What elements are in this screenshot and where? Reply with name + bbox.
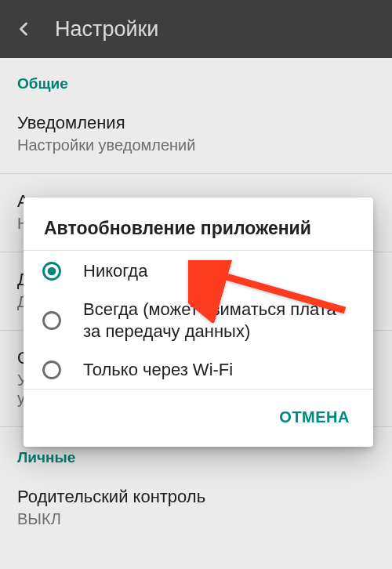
radio-unselected-icon — [41, 359, 63, 381]
option-wifi-only[interactable]: Только через Wi-Fi — [24, 351, 373, 390]
item-secondary: ВЫКЛ — [17, 510, 375, 528]
chevron-left-icon — [13, 18, 34, 40]
settings-item-parental[interactable]: Родительский контроль ВЫКЛ — [0, 474, 392, 542]
svg-point-3 — [44, 362, 60, 379]
divider — [0, 173, 392, 174]
item-primary: Родительский контроль — [17, 487, 375, 507]
toolbar-title: Настройки — [55, 17, 158, 42]
app-toolbar: Настройки — [0, 0, 392, 58]
item-primary: Уведомления — [17, 113, 375, 133]
back-button[interactable] — [13, 18, 50, 40]
option-never[interactable]: Никогда — [24, 252, 373, 291]
autoupdate-dialog: Автообновление приложений Никогда Всегда… — [24, 198, 373, 447]
option-label: Только через Wi-Fi — [83, 359, 233, 382]
dialog-actions: ОТМЕНА — [24, 391, 373, 442]
svg-point-2 — [44, 313, 60, 329]
dialog-divider — [24, 389, 373, 390]
dialog-title: Автообновление приложений — [24, 198, 373, 250]
settings-item-notifications[interactable]: Уведомления Настройки уведомлений — [0, 100, 392, 169]
option-label: Никогда — [83, 260, 147, 283]
cancel-button[interactable]: ОТМЕНА — [274, 402, 354, 433]
option-label: Всегда (может взиматься плата за передач… — [83, 299, 354, 343]
section-header-general: Общие — [0, 58, 392, 100]
item-secondary: Настройки уведомлений — [17, 136, 375, 154]
radio-unselected-icon — [41, 310, 63, 332]
dialog-divider — [24, 250, 373, 251]
option-always[interactable]: Всегда (может взиматься плата за передач… — [24, 291, 373, 351]
radio-selected-icon — [41, 260, 63, 282]
svg-point-1 — [48, 267, 56, 276]
